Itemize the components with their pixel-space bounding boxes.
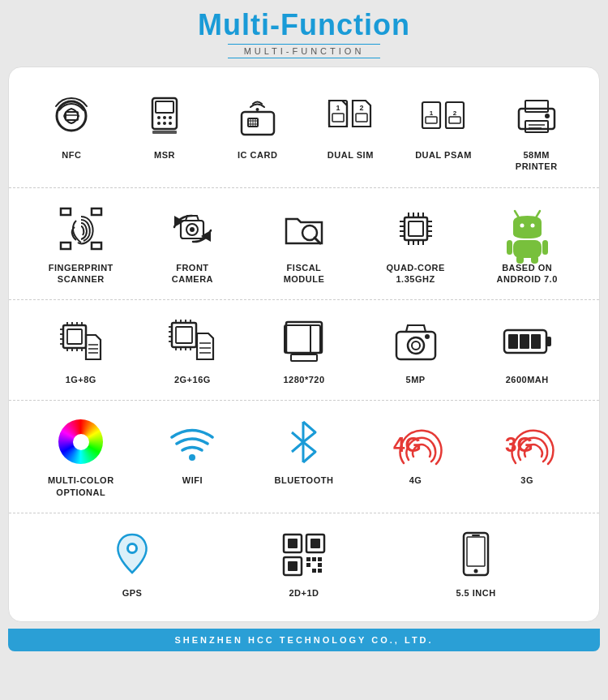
svg-rect-122 (520, 334, 529, 349)
svg-rect-113 (291, 354, 317, 361)
svg-point-0 (57, 101, 86, 131)
svg-rect-141 (318, 569, 322, 573)
feature-wifi: WIFI (137, 415, 249, 486)
svg-rect-136 (312, 557, 316, 561)
svg-point-144 (474, 569, 478, 573)
svg-rect-112 (285, 325, 320, 353)
page-wrapper: Multi-Function MULTI-FUNCTION (0, 0, 608, 659)
svg-point-116 (408, 337, 424, 354)
svg-text:1: 1 (336, 104, 340, 112)
feature-fingerprint: FINGERPRINTSCANNER (25, 203, 137, 286)
svg-rect-1 (66, 112, 78, 120)
feature-quad-core: QUAD-CORE1.35GHZ (360, 203, 472, 286)
footer-text: SHENZHEN HCC TECHNOLOGY CO., LTD. (15, 635, 593, 645)
svg-rect-143 (467, 537, 485, 566)
svg-text:2: 2 (453, 110, 457, 117)
feature-android: BASED ONANDROID 7.0 (471, 203, 583, 286)
svg-rect-132 (310, 539, 320, 548)
2g16g-label: 2G+16G (174, 374, 211, 385)
svg-point-128 (129, 545, 135, 552)
svg-rect-140 (312, 569, 316, 573)
feature-2d1d: 2D+1D (239, 528, 369, 599)
fiscal-label: FISCALMODULE (284, 262, 325, 286)
fingerprint-label: FINGERPRINTSCANNER (49, 262, 113, 286)
svg-rect-29 (426, 117, 437, 123)
feature-gps: GPS (67, 528, 197, 599)
svg-point-71 (530, 224, 534, 228)
svg-rect-41 (61, 243, 71, 249)
footer: SHENZHEN HCC TECHNOLOGY CO., LTD. (8, 629, 600, 651)
2g16g-icon (164, 315, 221, 367)
feature-5inch: 5.5 INCH (411, 528, 541, 599)
svg-rect-145 (472, 535, 480, 536)
feature-5mp: 5MP (360, 315, 472, 385)
svg-rect-120 (546, 337, 551, 346)
svg-rect-74 (542, 240, 548, 255)
svg-rect-123 (531, 334, 541, 349)
dual-psam-label: DUAL PSAM (415, 149, 472, 161)
printer-icon (508, 90, 565, 143)
2d1d-icon (276, 528, 332, 581)
svg-point-12 (256, 108, 259, 111)
battery-icon (499, 315, 555, 367)
resolution-label: 1280*720 (283, 374, 324, 385)
5mp-icon (387, 315, 444, 367)
feature-multi-color: MULTI-COLOROPTIONAL (25, 415, 137, 498)
svg-rect-137 (318, 557, 322, 561)
svg-point-9 (163, 122, 166, 125)
svg-rect-51 (409, 221, 423, 236)
android-icon (499, 203, 555, 256)
svg-rect-135 (306, 557, 310, 561)
svg-rect-40 (92, 208, 101, 215)
feature-3g: 3G 3G (471, 415, 583, 486)
4g-label: 4G (409, 475, 422, 486)
svg-rect-72 (513, 240, 542, 258)
nfc-label: NFC (62, 149, 81, 161)
svg-rect-4 (156, 101, 173, 113)
5mp-label: 5MP (406, 374, 426, 385)
svg-rect-138 (306, 563, 310, 567)
svg-rect-121 (508, 334, 518, 349)
svg-point-7 (169, 116, 172, 119)
front-camera-label: FRONTCAMERA (172, 262, 213, 286)
feature-4g: 4G 4G (360, 415, 472, 486)
4g-icon: 4G (387, 415, 444, 468)
svg-text:2: 2 (360, 104, 364, 112)
1g8g-label: 1G+8G (66, 374, 96, 385)
feature-nfc: NFC (25, 90, 118, 161)
svg-point-70 (520, 224, 524, 228)
1g8g-icon (53, 315, 109, 367)
android-label: BASED ONANDROID 7.0 (497, 262, 558, 286)
svg-rect-95 (176, 327, 192, 343)
svg-point-118 (425, 334, 430, 339)
wifi-icon (164, 415, 221, 468)
ic-card-icon (229, 90, 286, 143)
nfc-icon (43, 90, 100, 143)
svg-point-6 (163, 116, 166, 119)
fingerprint-icon (53, 203, 109, 256)
svg-point-117 (412, 341, 420, 350)
svg-rect-111 (286, 322, 322, 353)
wifi-label: WIFI (182, 475, 203, 486)
svg-rect-130 (288, 539, 298, 548)
msr-icon (136, 90, 193, 143)
feature-dual-sim: 1 2 DUAL SIM (304, 90, 397, 161)
feature-row-2: FINGERPRINTSCANNER (9, 188, 599, 301)
front-camera-icon (164, 203, 221, 256)
multi-color-label: MULTI-COLOROPTIONAL (48, 475, 114, 498)
svg-rect-35 (525, 121, 548, 132)
svg-rect-139 (318, 563, 322, 567)
dual-psam-icon: 1 2 (415, 90, 472, 143)
main-title: Multi-Function (8, 8, 600, 42)
feature-msr: MSR (118, 90, 212, 161)
printer-label: 58MMPRINTER (516, 149, 558, 173)
ic-card-label: IC CARD (238, 149, 277, 161)
svg-text:3G: 3G (505, 432, 533, 457)
svg-text:1: 1 (430, 110, 434, 117)
fiscal-icon (276, 203, 332, 256)
svg-rect-134 (288, 561, 298, 571)
svg-text:4G: 4G (393, 432, 422, 457)
feature-1g8g: 1G+8G (25, 315, 137, 385)
feature-dual-psam: 1 2 DUAL PSAM (397, 90, 490, 161)
3g-icon: 3G (499, 415, 555, 468)
